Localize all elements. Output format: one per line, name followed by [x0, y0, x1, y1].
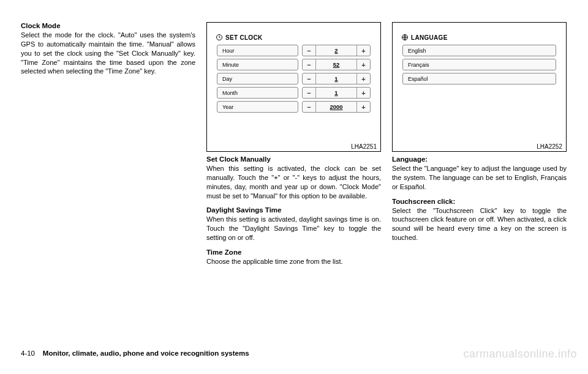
clock-row-day: Day − 1 +: [217, 73, 371, 84]
figure-id: LHA2252: [537, 143, 562, 150]
touchscreen-click-paragraph: Select the "Touchscreen Click" key to to…: [392, 206, 567, 242]
minus-button[interactable]: −: [303, 88, 316, 98]
set-clock-title: SET CLOCK: [216, 34, 374, 41]
clock-row-minute: Minute − 52 +: [217, 59, 371, 70]
language-title-text: LANGUAGE: [411, 34, 448, 41]
clock-icon: [216, 34, 223, 41]
plus-button[interactable]: +: [356, 73, 370, 84]
clock-row-hour: Hour − 2 +: [217, 45, 371, 56]
set-clock-title-text: SET CLOCK: [225, 34, 262, 41]
minus-button[interactable]: −: [303, 73, 316, 84]
daylight-savings-heading: Daylight Savings Time: [206, 206, 381, 214]
daylight-savings-paragraph: When this setting is activated, daylight…: [206, 215, 381, 242]
column-2: SET CLOCK Hour − 2 + Minute −: [206, 22, 381, 272]
time-zone-paragraph: Choose the applicable time zone from the…: [206, 257, 381, 266]
clock-row-label[interactable]: Month: [217, 87, 298, 99]
clock-value: 1: [316, 73, 356, 84]
language-paragraph: Select the "Language" key to adjust the …: [392, 164, 567, 192]
clock-row-control: − 2 +: [302, 45, 371, 56]
set-clock-manually-heading: Set Clock Manually: [206, 155, 381, 163]
set-clock-screen: SET CLOCK Hour − 2 + Minute −: [206, 22, 381, 152]
clock-mode-heading: Clock Mode: [21, 22, 195, 29]
minus-button[interactable]: −: [303, 59, 316, 70]
clock-row-control: − 2000 +: [302, 101, 371, 113]
watermark: carmanualsonline.info: [463, 348, 577, 361]
plus-button[interactable]: +: [356, 59, 370, 70]
plus-button[interactable]: +: [356, 88, 370, 98]
set-clock-rows: Hour − 2 + Minute − 52 +: [213, 45, 374, 113]
clock-row-control: − 52 +: [302, 59, 371, 70]
clock-value: 52: [316, 59, 356, 70]
plus-button[interactable]: +: [356, 45, 370, 56]
language-screen: LANGUAGE English Français Español LHA225…: [392, 22, 567, 152]
clock-row-control: − 1 +: [302, 73, 371, 84]
clock-row-month: Month − 1 +: [217, 87, 371, 99]
clock-value: 2: [316, 45, 356, 56]
minus-button[interactable]: −: [303, 45, 316, 56]
clock-row-label[interactable]: Minute: [217, 59, 298, 70]
time-zone-heading: Time Zone: [206, 249, 381, 256]
plus-button[interactable]: +: [356, 102, 370, 112]
clock-row-year: Year − 2000 +: [217, 101, 371, 113]
language-rows: English Français Español: [399, 45, 560, 84]
figure-id: LHA2251: [351, 143, 377, 150]
language-option-english[interactable]: English: [402, 45, 556, 56]
language-title: LANGUAGE: [401, 34, 560, 41]
clock-value: 1: [316, 88, 356, 98]
column-3: LANGUAGE English Français Español LHA225…: [392, 22, 567, 272]
clock-value: 2000: [316, 102, 356, 112]
page-footer: 4-10 Monitor, climate, audio, phone and …: [21, 350, 249, 357]
touchscreen-click-heading: Touchscreen click:: [392, 198, 567, 205]
section-title: Monitor, climate, audio, phone and voice…: [43, 350, 249, 357]
language-option-francais[interactable]: Français: [402, 59, 556, 70]
clock-row-control: − 1 +: [302, 87, 371, 99]
minus-button[interactable]: −: [303, 102, 316, 112]
clock-mode-paragraph: Select the mode for the clock. "Auto" us…: [21, 31, 195, 76]
page-columns: Clock Mode Select the mode for the clock…: [21, 22, 567, 272]
page-number: 4-10: [21, 350, 35, 357]
clock-row-label[interactable]: Hour: [217, 45, 298, 56]
column-1: Clock Mode Select the mode for the clock…: [21, 22, 195, 272]
language-heading: Language:: [392, 155, 567, 163]
clock-row-label[interactable]: Year: [217, 101, 298, 113]
globe-icon: [401, 34, 409, 41]
set-clock-manually-paragraph: When this setting is activated, the cloc…: [206, 164, 381, 200]
language-option-espanol[interactable]: Español: [402, 73, 556, 84]
clock-row-label[interactable]: Day: [217, 73, 298, 84]
